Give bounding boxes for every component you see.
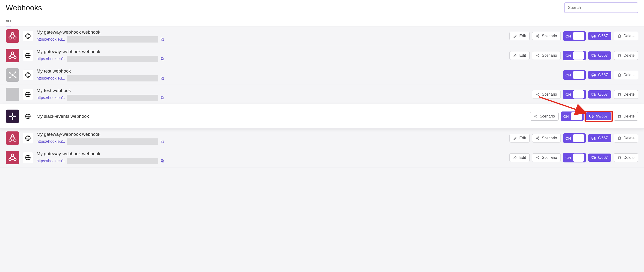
edit-button[interactable]: Edit — [510, 134, 530, 142]
webhook-main: My gateway-webhook webhookhttps://hook.e… — [36, 49, 506, 62]
edit-button[interactable]: Edit — [510, 32, 530, 40]
copy-url-icon[interactable] — [160, 96, 164, 100]
webhook-url-prefix[interactable]: https://hook.eu1. — [36, 159, 65, 163]
queue-button[interactable]: 0/667 — [588, 71, 611, 79]
scenario-button[interactable]: Scenario — [532, 90, 561, 99]
globe-icon — [22, 133, 33, 143]
queue-button[interactable]: 0/667 — [588, 134, 611, 142]
svg-point-70 — [536, 115, 537, 116]
svg-line-28 — [537, 56, 538, 56]
delete-button[interactable]: Delete — [614, 51, 638, 60]
webhook-url-prefix[interactable]: https://hook.eu1. — [36, 76, 65, 81]
queue-count: 0/667 — [598, 34, 608, 38]
svg-line-73 — [535, 117, 536, 117]
edit-label: Edit — [519, 34, 526, 38]
svg-point-60 — [592, 95, 593, 96]
svg-line-58 — [537, 95, 538, 95]
enable-toggle[interactable]: ON — [563, 153, 586, 162]
toggle-on-label: ON — [564, 73, 574, 77]
queue-count: 0/667 — [598, 136, 608, 140]
truck-icon — [592, 34, 596, 38]
webhook-actions: Edit ScenarioON 0/667 Delete — [510, 51, 638, 60]
webhook-url-line: https://hook.eu1. — [36, 158, 506, 164]
svg-line-104 — [537, 157, 538, 157]
webhook-main: My gateway-webhook webhookhttps://hook.e… — [36, 132, 506, 145]
delete-button[interactable]: Delete — [614, 90, 638, 99]
webhook-url-prefix[interactable]: https://hook.eu1. — [36, 37, 65, 42]
scenario-button[interactable]: Scenario — [532, 153, 561, 162]
edit-button[interactable]: Edit — [510, 51, 530, 60]
webhook-row: My gateway-webhook webhookhttps://hook.e… — [0, 129, 644, 148]
scenario-button[interactable]: Scenario — [532, 134, 561, 142]
copy-url-icon[interactable] — [160, 159, 164, 163]
queue-button[interactable]: 0/667 — [588, 90, 611, 99]
toggle-on-label: ON — [564, 54, 574, 58]
webhook-row: My test webhookhttps://hook.eu1. Scenari… — [0, 85, 644, 104]
webhook-url-line: https://hook.eu1. — [36, 36, 506, 42]
copy-url-icon[interactable] — [160, 139, 164, 144]
svg-rect-99 — [162, 160, 164, 162]
truck-icon — [592, 136, 596, 140]
truck-icon — [589, 114, 594, 119]
svg-rect-7 — [161, 38, 163, 40]
delete-button[interactable]: Delete — [614, 153, 638, 162]
edit-button[interactable]: Edit — [510, 153, 530, 162]
webhook-actions: ScenarioON 0/667 Delete — [532, 90, 638, 99]
webhook-url-prefix[interactable]: https://hook.eu1. — [36, 96, 65, 100]
webhook-url-prefix[interactable]: https://hook.eu1. — [36, 57, 65, 61]
truck-icon — [592, 92, 596, 97]
webhook-title: My gateway-webhook webhook — [36, 132, 506, 137]
enable-toggle[interactable]: ON — [563, 133, 586, 143]
scenario-button[interactable]: Scenario — [530, 112, 558, 121]
webhook-actions: Edit ScenarioON 0/667 Delete — [510, 133, 638, 143]
enable-toggle[interactable]: ON — [563, 31, 586, 41]
webhook-app-icon — [6, 151, 19, 164]
toggle-on-label: ON — [564, 156, 574, 160]
tab-bar: ALL — [6, 17, 638, 26]
svg-point-75 — [590, 117, 591, 118]
svg-line-39 — [10, 75, 12, 78]
svg-rect-100 — [161, 159, 163, 161]
delete-button[interactable]: Delete — [614, 71, 638, 79]
enable-toggle[interactable]: ON — [563, 51, 586, 60]
svg-line-11 — [537, 35, 538, 36]
tab-all[interactable]: ALL — [6, 17, 12, 26]
webhook-app-icon — [6, 132, 19, 145]
delete-button[interactable]: Delete — [614, 32, 638, 40]
search-input[interactable] — [565, 3, 637, 12]
svg-point-1 — [9, 37, 11, 39]
svg-line-105 — [537, 158, 538, 159]
webhook-row: My gateway-webhook webhookhttps://hook.e… — [0, 26, 644, 46]
svg-point-17 — [9, 56, 11, 59]
webhook-app-icon — [6, 29, 19, 43]
svg-rect-64 — [9, 116, 12, 117]
toggle-on-label: ON — [564, 136, 574, 140]
copy-url-icon[interactable] — [160, 57, 164, 61]
webhook-main: My test webhookhttps://hook.eu1. — [36, 88, 529, 101]
enable-toggle[interactable]: ON — [563, 70, 586, 80]
scenario-button[interactable]: Scenario — [532, 51, 561, 60]
toggle-knob — [571, 112, 582, 120]
svg-point-15 — [594, 37, 595, 37]
delete-label: Delete — [624, 53, 634, 58]
svg-line-88 — [537, 137, 538, 138]
queue-button[interactable]: 0/667 — [588, 51, 611, 60]
globe-icon — [22, 50, 33, 61]
globe-icon — [22, 31, 33, 41]
webhook-url-prefix[interactable]: https://hook.eu1. — [36, 139, 65, 144]
enable-toggle[interactable]: ON — [563, 90, 586, 99]
svg-point-91 — [592, 139, 593, 139]
delete-button[interactable]: Delete — [614, 112, 638, 121]
svg-point-56 — [538, 95, 539, 96]
copy-url-icon[interactable] — [160, 37, 164, 42]
queue-button[interactable]: 0/667 — [588, 32, 611, 40]
toggle-on-label: ON — [562, 114, 571, 119]
queue-button[interactable]: 0/667 — [588, 153, 611, 162]
scenario-button[interactable]: Scenario — [532, 32, 561, 40]
svg-point-24 — [536, 55, 537, 56]
delete-button[interactable]: Delete — [614, 134, 638, 142]
svg-point-102 — [538, 156, 539, 157]
queue-button[interactable]: 99/667 — [586, 112, 611, 120]
enable-toggle[interactable]: ON — [561, 112, 584, 121]
copy-url-icon[interactable] — [160, 76, 164, 81]
